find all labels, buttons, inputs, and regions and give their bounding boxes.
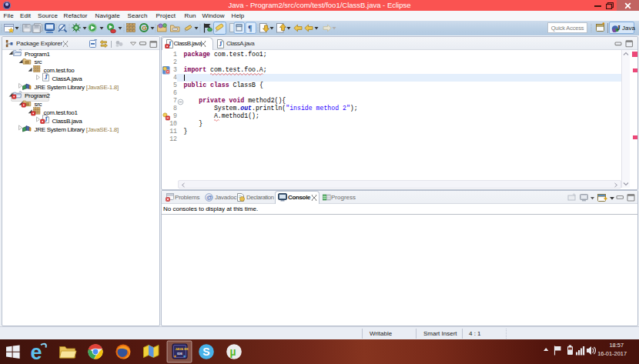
svg-text:@: @ xyxy=(206,194,212,201)
svg-text:S: S xyxy=(202,346,209,358)
svg-text:e: e xyxy=(31,341,42,364)
svg-text:16-01-2017: 16-01-2017 xyxy=(597,350,627,357)
svg-text:18:57: 18:57 xyxy=(610,342,624,349)
svg-text:µ: µ xyxy=(230,346,236,358)
svg-text:¶: ¶ xyxy=(248,24,252,32)
svg-text:J: J xyxy=(617,24,621,32)
svg-text:J: J xyxy=(219,41,222,48)
svg-text:G: G xyxy=(142,25,146,32)
svg-text:JAVA EE: JAVA EE xyxy=(176,347,189,351)
svg-text:IDE: IDE xyxy=(177,352,182,356)
